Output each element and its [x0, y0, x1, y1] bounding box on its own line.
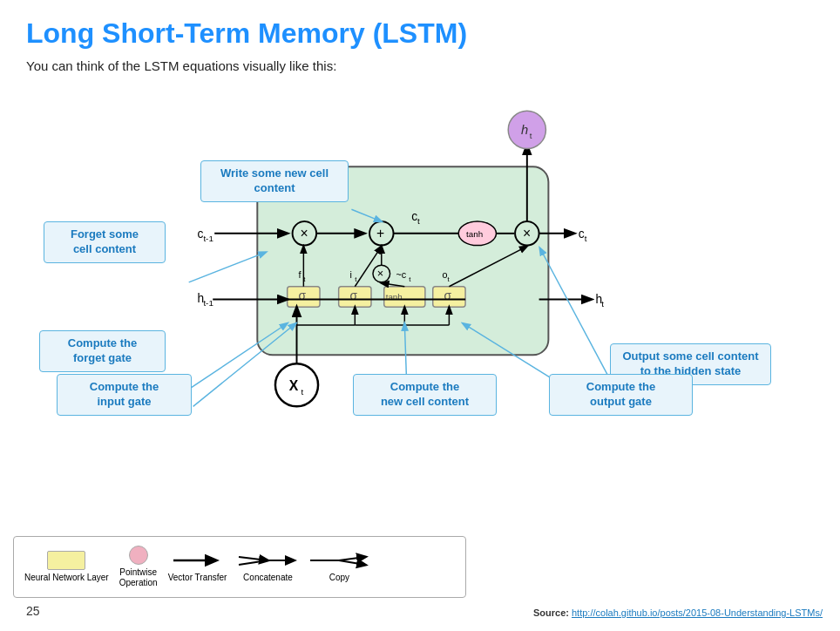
- annotation-compute-input: Compute theinput gate: [57, 374, 192, 416]
- annotation-compute-new-cell: Compute thenew cell content: [353, 374, 497, 416]
- legend-pointwise-icon: [129, 546, 148, 565]
- subtitle: You can think of the LSTM equations visu…: [26, 58, 814, 73]
- page-title: Long Short-Term Memory (LSTM): [26, 17, 814, 50]
- svg-line-67: [176, 323, 288, 397]
- legend-copy: Copy: [308, 551, 369, 583]
- legend-nn-label: Neural Network Layer: [24, 573, 109, 583]
- svg-line-66: [540, 248, 609, 377]
- svg-text:h: h: [521, 123, 528, 137]
- svg-line-76: [339, 557, 365, 560]
- source-label: Source:: [533, 607, 569, 618]
- svg-text:i: i: [349, 269, 351, 280]
- svg-text:t-1: t-1: [203, 298, 213, 308]
- svg-text:tanh: tanh: [466, 229, 483, 239]
- page-number: 25: [26, 604, 40, 618]
- svg-text:t: t: [301, 387, 303, 397]
- legend-nn-icon: [47, 551, 85, 570]
- legend-copy-icon: [308, 551, 369, 570]
- svg-text:t: t: [417, 216, 420, 226]
- svg-line-72: [239, 557, 268, 560]
- annotation-write-cell: Write some new cell content: [200, 160, 349, 202]
- svg-text:tanh: tanh: [386, 292, 403, 302]
- legend-vector: Vector Transfer: [168, 551, 227, 583]
- svg-text:t-1: t-1: [203, 234, 213, 243]
- legend-neural-network: Neural Network Layer: [24, 551, 109, 583]
- svg-text:X: X: [289, 378, 299, 393]
- legend-pointwise: PointwiseOperation: [119, 546, 158, 588]
- svg-text:t: t: [601, 299, 604, 309]
- legend-concat-icon: [237, 551, 298, 570]
- svg-text:×: ×: [523, 226, 531, 241]
- annotation-compute-forget: Compute theforget gate: [39, 330, 166, 372]
- svg-text:+: +: [376, 226, 384, 241]
- svg-text:σ: σ: [444, 289, 452, 302]
- legend-vector-icon: [172, 551, 224, 570]
- svg-text:×: ×: [377, 267, 383, 280]
- source-link[interactable]: http://colah.github.io/posts/2015-08-Und…: [572, 607, 823, 618]
- legend: Neural Network Layer PointwiseOperation …: [13, 536, 466, 598]
- annotation-forget-cell: Forget somecell content: [44, 221, 166, 263]
- page: Long Short-Term Memory (LSTM) You can th…: [0, 0, 840, 631]
- svg-text:~c: ~c: [396, 269, 406, 280]
- svg-text:σ: σ: [298, 289, 306, 302]
- svg-line-65: [189, 252, 266, 282]
- svg-text:t: t: [585, 234, 587, 243]
- legend-pointwise-label: PointwiseOperation: [119, 567, 158, 588]
- source: Source: http://colah.github.io/posts/201…: [533, 607, 823, 618]
- svg-text:t: t: [530, 131, 532, 140]
- diagram-area: c t-1 × + c t tanh: [26, 86, 814, 461]
- legend-concatenate: Concatenate: [237, 551, 298, 583]
- svg-line-77: [339, 560, 365, 565]
- annotation-compute-output: Compute theoutput gate: [549, 374, 693, 416]
- svg-text:σ: σ: [349, 289, 357, 302]
- legend-copy-label: Copy: [329, 573, 349, 583]
- svg-text:×: ×: [300, 226, 308, 241]
- legend-concat-label: Concatenate: [243, 573, 293, 583]
- legend-vector-label: Vector Transfer: [168, 573, 227, 583]
- svg-line-73: [239, 560, 268, 565]
